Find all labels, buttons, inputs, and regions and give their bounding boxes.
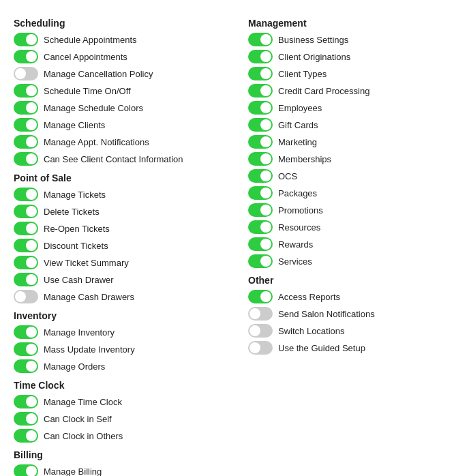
toggle-label-scheduling-4: Manage Schedule Colors xyxy=(44,103,143,113)
toggle-row: Can Clock in Self xyxy=(14,412,221,426)
section-title-scheduling: Scheduling xyxy=(14,18,221,29)
toggle-row: Employees xyxy=(248,101,455,115)
toggle-inventory-1[interactable] xyxy=(14,342,38,356)
toggle-scheduling-1[interactable] xyxy=(14,50,38,63)
toggle-label-management-2: Client Types xyxy=(278,69,327,79)
toggle-scheduling-6[interactable] xyxy=(14,135,38,149)
toggle-row: Manage Schedule Colors xyxy=(14,101,221,115)
toggle-row: Client Originations xyxy=(248,50,455,63)
toggle-scheduling-2[interactable] xyxy=(14,67,38,80)
toggle-other-0[interactable] xyxy=(248,290,273,303)
toggle-label-management-3: Credit Card Processing xyxy=(278,86,369,96)
toggle-label-scheduling-0: Schedule Appointments xyxy=(44,35,137,45)
toggle-row: Services xyxy=(248,254,455,268)
toggle-row: Discount Tickets xyxy=(14,239,221,252)
toggle-management-4[interactable] xyxy=(248,101,273,115)
toggle-label-point-of-sale-6: Manage Cash Drawers xyxy=(44,292,134,302)
toggle-label-point-of-sale-4: View Ticket Summary xyxy=(44,258,129,268)
toggle-row: Manage Time Clock xyxy=(14,395,221,408)
toggle-other-2[interactable] xyxy=(248,324,273,338)
toggle-label-scheduling-2: Manage Cancellation Policy xyxy=(44,69,153,79)
toggle-label-other-0: Access Reports xyxy=(278,292,340,302)
toggle-management-2[interactable] xyxy=(248,67,273,80)
toggle-row: Use Cash Drawer xyxy=(14,273,221,286)
toggle-time-clock-1[interactable] xyxy=(14,412,38,426)
toggle-scheduling-3[interactable] xyxy=(14,84,38,98)
toggle-other-3[interactable] xyxy=(248,341,273,355)
toggle-scheduling-7[interactable] xyxy=(14,152,38,166)
toggle-row: Gift Cards xyxy=(248,118,455,132)
toggle-point-of-sale-0[interactable] xyxy=(14,188,38,201)
toggle-management-6[interactable] xyxy=(248,135,273,149)
toggle-time-clock-2[interactable] xyxy=(14,429,38,443)
toggle-inventory-2[interactable] xyxy=(14,359,38,373)
toggle-management-13[interactable] xyxy=(248,254,273,268)
toggle-point-of-sale-1[interactable] xyxy=(14,205,38,218)
toggle-row: Access Reports xyxy=(248,290,455,303)
toggle-other-1[interactable] xyxy=(248,307,273,321)
toggle-management-12[interactable] xyxy=(248,237,273,251)
toggle-label-scheduling-7: Can See Client Contact Information xyxy=(44,154,183,164)
toggle-management-0[interactable] xyxy=(248,33,273,46)
toggle-inventory-0[interactable] xyxy=(14,325,38,339)
toggle-row: Business Settings xyxy=(248,33,455,46)
toggle-management-5[interactable] xyxy=(248,118,273,132)
toggle-label-time-clock-2: Can Clock in Others xyxy=(44,431,123,441)
toggle-point-of-sale-5[interactable] xyxy=(14,273,38,286)
section-title-management: Management xyxy=(248,18,455,29)
toggle-management-7[interactable] xyxy=(248,152,273,166)
section-title-inventory: Inventory xyxy=(14,310,221,321)
toggle-label-management-12: Rewards xyxy=(278,239,313,250)
toggle-label-inventory-2: Manage Orders xyxy=(44,361,105,372)
toggle-label-inventory-1: Mass Update Inventory xyxy=(44,344,135,355)
toggle-row: Schedule Time On/Off xyxy=(14,84,221,98)
toggle-point-of-sale-2[interactable] xyxy=(14,222,38,235)
toggle-point-of-sale-3[interactable] xyxy=(14,239,38,252)
toggle-label-management-9: Packages xyxy=(278,188,317,198)
section-title-time-clock: Time Clock xyxy=(14,380,221,391)
toggle-row: Delete Tickets xyxy=(14,205,221,218)
toggle-label-management-8: OCS xyxy=(278,171,297,181)
toggle-management-3[interactable] xyxy=(248,84,273,98)
toggle-label-management-1: Client Originations xyxy=(278,52,350,62)
toggle-row: Client Types xyxy=(248,67,455,80)
toggle-label-other-2: Switch Locations xyxy=(278,326,345,336)
toggle-row: Mass Update Inventory xyxy=(14,342,221,356)
toggle-row: Credit Card Processing xyxy=(248,84,455,98)
toggle-row: Manage Billing xyxy=(14,464,221,476)
toggle-label-management-0: Business Settings xyxy=(278,35,348,45)
toggle-row: Marketing xyxy=(248,135,455,149)
toggle-row: Manage Orders xyxy=(14,359,221,373)
toggle-row: Switch Locations xyxy=(248,324,455,338)
toggle-management-11[interactable] xyxy=(248,220,273,234)
toggle-management-10[interactable] xyxy=(248,203,273,217)
toggle-scheduling-5[interactable] xyxy=(14,118,38,132)
toggle-label-time-clock-0: Manage Time Clock xyxy=(44,397,122,407)
toggle-row: Manage Inventory xyxy=(14,325,221,339)
toggle-billing-0[interactable] xyxy=(14,464,38,476)
toggle-management-1[interactable] xyxy=(248,50,273,63)
toggle-row: Resources xyxy=(248,220,455,234)
permissions-columns: SchedulingSchedule AppointmentsCancel Ap… xyxy=(14,11,455,476)
toggle-row: OCS xyxy=(248,169,455,183)
toggle-management-8[interactable] xyxy=(248,169,273,183)
toggle-label-management-11: Resources xyxy=(278,222,320,233)
toggle-label-other-1: Send Salon Notifications xyxy=(278,309,375,319)
toggle-row: View Ticket Summary xyxy=(14,256,221,269)
toggle-scheduling-4[interactable] xyxy=(14,101,38,115)
toggle-label-point-of-sale-0: Manage Tickets xyxy=(44,190,106,200)
toggle-management-9[interactable] xyxy=(248,186,273,200)
toggle-label-point-of-sale-3: Discount Tickets xyxy=(44,241,108,251)
toggle-label-point-of-sale-2: Re-Open Tickets xyxy=(44,224,110,234)
section-title-other: Other xyxy=(248,275,455,286)
toggle-point-of-sale-4[interactable] xyxy=(14,256,38,269)
section-title-point-of-sale: Point of Sale xyxy=(14,173,221,183)
toggle-time-clock-0[interactable] xyxy=(14,395,38,408)
toggle-point-of-sale-6[interactable] xyxy=(14,290,38,303)
section-title-billing: Billing xyxy=(14,449,221,460)
toggle-scheduling-0[interactable] xyxy=(14,33,38,46)
toggle-label-management-10: Promotions xyxy=(278,205,323,215)
toggle-row: Re-Open Tickets xyxy=(14,222,221,235)
toggle-label-management-4: Employees xyxy=(278,103,322,113)
toggle-row: Cancel Appointments xyxy=(14,50,221,63)
